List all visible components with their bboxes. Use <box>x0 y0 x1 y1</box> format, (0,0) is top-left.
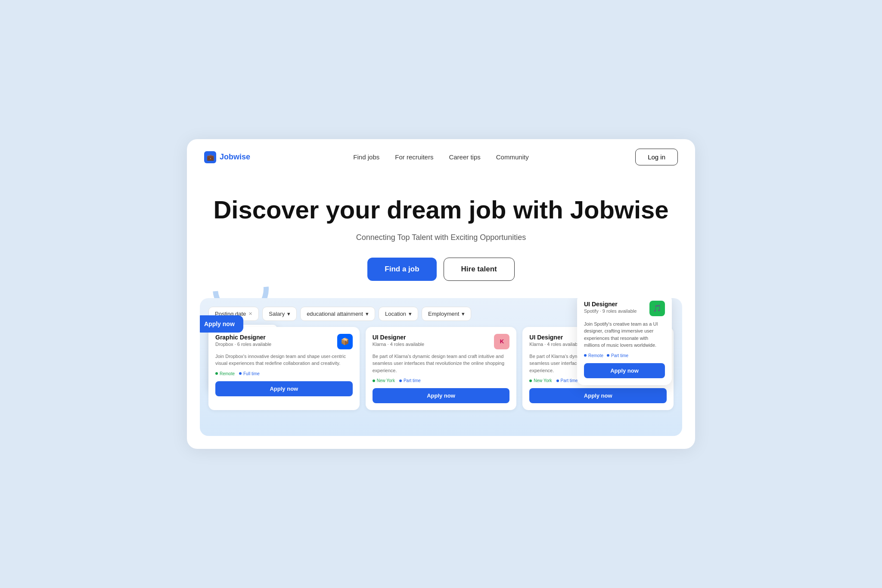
brand-name: Jobwise <box>220 152 250 162</box>
tag-dot-2-1 <box>529 380 532 382</box>
job-card-0-header: Graphic Designer Dropbox · 6 roles avail… <box>215 334 353 349</box>
employment-label: Employment <box>428 311 459 317</box>
location-chevron-icon: ▾ <box>409 311 412 317</box>
login-button[interactable]: Log in <box>635 149 678 165</box>
job-card-0-tag2: Full time <box>239 371 260 376</box>
floating-card-tags: Remote Part time <box>584 353 665 358</box>
floating-card-title: UI Designer <box>584 301 637 308</box>
job-card-0-info: Graphic Designer Dropbox · 6 roles avail… <box>215 334 271 347</box>
floating-apply-button[interactable]: Apply now <box>200 315 243 333</box>
job-card-0: Graphic Designer Dropbox · 6 roles avail… <box>208 327 360 411</box>
job-card-1-company: Klarna · 4 roles available <box>373 342 424 347</box>
nav-for-recruiters[interactable]: For recruiters <box>395 153 433 161</box>
job-card-2-company: Klarna · 4 roles available <box>529 342 581 347</box>
salary-label: Salary <box>269 311 285 317</box>
job-card-1-tag1: New York <box>373 378 395 383</box>
job-card-2-tag1: New York <box>529 378 552 383</box>
tag-remote: Remote <box>584 353 603 358</box>
nav-community[interactable]: Community <box>496 153 529 161</box>
job-card-1-tags: New York Part time <box>373 378 510 383</box>
job-card-2-info: UI Designer Klarna · 4 roles available <box>529 334 581 347</box>
employment-chevron-icon: ▾ <box>462 311 465 317</box>
salary-filter[interactable]: Salary ▾ <box>262 307 297 321</box>
tag-dot-parttime <box>607 354 609 357</box>
location-filter[interactable]: Location ▾ <box>379 307 418 321</box>
job-card-0-company: Dropbox · 6 roles available <box>215 342 271 347</box>
posting-date-close-icon[interactable]: ✕ <box>248 311 252 317</box>
tag-dot-2-2 <box>556 380 559 382</box>
dropbox-icon: 📦 <box>337 334 353 349</box>
floating-job-card: UI Designer Spotify · 9 roles available … <box>577 298 672 385</box>
job-card-1-title: UI Designer <box>373 334 424 341</box>
employment-filter[interactable]: Employment ▾ <box>422 307 471 321</box>
nav-find-jobs[interactable]: Find jobs <box>353 153 379 161</box>
apply-button-2[interactable]: Apply now <box>529 388 667 403</box>
floating-apply-now-button[interactable]: Apply now <box>584 363 665 378</box>
job-card-1-info: UI Designer Klarna · 4 roles available <box>373 334 424 347</box>
tag-dot-0-1 <box>215 372 218 375</box>
job-card-2-tag2: Part time <box>556 378 578 383</box>
job-card-0-tags: Remote Full time <box>215 371 353 376</box>
logo[interactable]: 💼 Jobwise <box>204 151 250 163</box>
education-filter[interactable]: educational attainment ▾ <box>300 307 375 321</box>
hero-buttons: Find a job Hire talent <box>204 258 678 281</box>
apply-button-0[interactable]: Apply now <box>215 381 353 396</box>
job-card-1: UI Designer Klarna · 4 roles available K… <box>366 327 517 411</box>
job-card-2-title: UI Designer <box>529 334 581 341</box>
location-label: Location <box>385 311 406 317</box>
main-card: 💼 Jobwise Find jobs For recruiters Caree… <box>187 139 695 449</box>
hero-title: Discover your dream job with Jobwise <box>204 196 678 224</box>
tag-parttime: Part time <box>607 353 628 358</box>
tag-dot-1-2 <box>399 380 402 382</box>
education-chevron-icon: ▾ <box>366 311 369 317</box>
tag-dot-remote <box>584 354 587 357</box>
education-label: educational attainment <box>307 311 363 317</box>
floating-card-info: UI Designer Spotify · 9 roles available <box>584 301 637 314</box>
spotify-icon: 🎵 <box>649 301 665 316</box>
tag-dot-1-1 <box>373 380 375 382</box>
nav-links: Find jobs For recruiters Career tips Com… <box>353 153 528 161</box>
floating-card-desc: Join Spotify's creative team as a UI des… <box>584 320 665 349</box>
hero-section: Discover your dream job with Jobwise Con… <box>187 175 695 281</box>
klarna-icon-1: K <box>494 334 509 349</box>
hero-subtitle: Connecting Top Talent with Exciting Oppo… <box>204 233 678 242</box>
salary-chevron-icon: ▾ <box>287 311 290 317</box>
job-card-0-tag1: Remote <box>215 371 235 376</box>
find-job-button[interactable]: Find a job <box>367 258 436 281</box>
floating-card-company: Spotify · 9 roles available <box>584 308 637 314</box>
job-card-1-tag2: Part time <box>399 378 421 383</box>
job-card-0-desc: Join Dropbox's innovative design team an… <box>215 353 353 367</box>
tag-dot-0-2 <box>239 372 242 375</box>
content-area: Apply now 🎵 UI Designer Spotify · 9 role… <box>200 298 682 436</box>
nav-career-tips[interactable]: Career tips <box>449 153 480 161</box>
job-card-0-title: Graphic Designer <box>215 334 271 341</box>
navigation: 💼 Jobwise Find jobs For recruiters Caree… <box>187 139 695 175</box>
job-card-1-desc: Be part of Klarna's dynamic design team … <box>373 353 510 374</box>
job-card-1-header: UI Designer Klarna · 4 roles available K <box>373 334 510 349</box>
apply-button-1[interactable]: Apply now <box>373 388 510 403</box>
floating-card-header: UI Designer Spotify · 9 roles available … <box>584 301 665 316</box>
hire-talent-button[interactable]: Hire talent <box>444 258 515 281</box>
logo-icon: 💼 <box>204 151 216 163</box>
nav-actions: Log in <box>635 149 678 165</box>
